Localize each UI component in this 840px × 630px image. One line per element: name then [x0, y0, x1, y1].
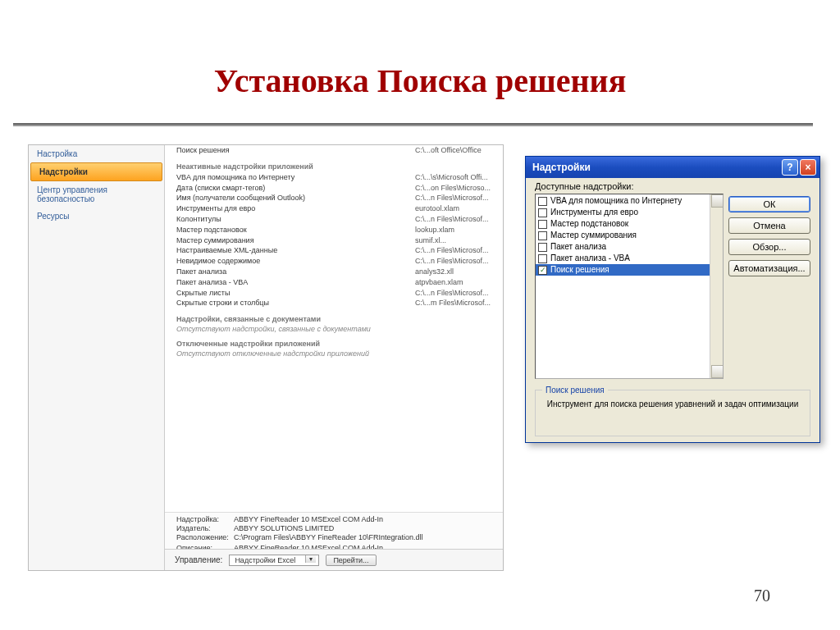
addin-row: Имя (получатели сообщений Outlook)C:\...… [176, 193, 497, 203]
checkbox-icon[interactable] [538, 243, 547, 252]
cancel-button[interactable]: Отмена [728, 217, 810, 234]
addin-row: КолонтитулыC:\...n Files\Microsof... [176, 214, 497, 225]
addin-row: Скрытые строки и столбцыC:\...m Files\Mi… [176, 298, 497, 308]
close-button[interactable]: × [800, 159, 816, 176]
dialog-titlebar[interactable]: Надстройки ? × [526, 157, 819, 178]
sidebar-item-resources[interactable]: Ресурсы [29, 208, 164, 225]
addin-row: Пакет анализа - VBAatpvbaen.xlam [176, 277, 497, 288]
addins-dialog: Надстройки ? × Доступные надстройки: VBA… [525, 156, 820, 443]
addin-row: Скрытые листыC:\...n Files\Microsof... [176, 288, 497, 299]
addin-detail-panel: Надстройка:ABBYY FineReader 10 MSExcel C… [165, 513, 503, 550]
list-item[interactable]: Пакет анализа [536, 241, 723, 253]
description-header: Поиск решения [542, 386, 608, 395]
browse-button[interactable]: Обзор... [728, 239, 810, 255]
detail-value-location: C:\Program Files\ABBYY FineReader 10\FRI… [234, 533, 422, 541]
checkbox-icon[interactable] [538, 208, 547, 217]
dialog-title: Надстройки [532, 162, 591, 173]
checkbox-icon[interactable] [538, 220, 547, 229]
checkbox-icon[interactable] [538, 231, 547, 240]
addin-row: Мастер суммированияsumif.xl... [176, 235, 497, 246]
addin-row: Пакет анализаanalys32.xll [176, 267, 497, 277]
options-sidebar: Настройка Надстройки Центр управления бе… [29, 145, 165, 570]
list-item[interactable]: VBA для помощника по Интернету [536, 195, 723, 207]
slide-title: Установка Поиска решения [0, 0, 840, 100]
list-item[interactable]: Пакет анализа - VBA [536, 253, 723, 264]
checkbox-icon[interactable] [538, 197, 547, 206]
list-item-selected[interactable]: ✓Поиск решения [536, 264, 723, 276]
addin-row: Настраиваемые XML-данныеC:\...n Files\Mi… [176, 245, 497, 256]
go-button[interactable]: Перейти... [326, 555, 376, 566]
addins-main-list: Поиск решенияC:\...oft Office\Office Неа… [165, 145, 503, 513]
group-header-inactive: Неактивные надстройки приложений [176, 162, 497, 171]
addin-row: Мастер подстановокlookup.xlam [176, 225, 497, 235]
addin-row: Поиск решенияC:\...oft Office\Office [176, 145, 497, 156]
detail-label-location: Расположение: [176, 533, 234, 541]
detail-value-addin: ABBYY FineReader 10 MSExcel COM Add-In [234, 515, 383, 523]
description-text: Инструмент для поиска решения уравнений … [542, 399, 803, 410]
office-options-window: Настройка Надстройки Центр управления бе… [28, 144, 504, 571]
help-button[interactable]: ? [782, 159, 798, 176]
manage-label: Управление: [175, 555, 222, 564]
horizontal-rule [13, 123, 813, 126]
sidebar-item-settings[interactable]: Настройка [29, 145, 164, 162]
sidebar-item-addins[interactable]: Надстройки [30, 162, 162, 181]
addin-description-box: Поиск решения Инструмент для поиска реше… [535, 390, 810, 436]
addin-row: VBA для помощника по ИнтернетуC:\...\s\M… [176, 172, 497, 183]
automation-button[interactable]: Автоматизация... [728, 260, 810, 276]
available-addins-label: Доступные надстройки: [535, 181, 724, 191]
checkbox-icon[interactable]: ✓ [538, 266, 547, 275]
addin-row: Инструменты для евроeurotool.xlam [176, 203, 497, 214]
addin-row: Невидимое содержимоеC:\...n Files\Micros… [176, 256, 497, 267]
list-item[interactable]: Мастер суммирования [536, 230, 723, 241]
detail-label-publisher: Издатель: [176, 524, 234, 532]
group-note-disabled: Отсутствуют отключенные надстройки прило… [176, 349, 497, 358]
checkbox-icon[interactable] [538, 254, 547, 263]
options-footer: Управление: Надстройки Excel Перейти... [165, 549, 503, 570]
ok-button[interactable]: ОК [728, 196, 810, 212]
list-item[interactable]: Инструменты для евро [536, 207, 723, 218]
addin-row: Дата (списки смарт-тегов)C:\...on Files\… [176, 183, 497, 194]
group-header-disabled: Отключенные надстройки приложений [176, 340, 497, 348]
group-note-docs: Отсутствуют надстройки, связанные с доку… [176, 325, 497, 333]
manage-combobox[interactable]: Надстройки Excel [229, 555, 319, 566]
group-header-docs: Надстройки, связанные с документами [176, 315, 497, 323]
page-number: 70 [754, 587, 770, 605]
addins-checklist[interactable]: VBA для помощника по Интернету Инструмен… [535, 194, 724, 379]
list-item[interactable]: Мастер подстановок [536, 218, 723, 230]
detail-value-publisher: ABBYY SOLUTIONS LIMITED [234, 524, 334, 532]
sidebar-item-trust-center[interactable]: Центр управления безопасностью [29, 181, 164, 208]
scrollbar[interactable] [710, 194, 723, 378]
detail-label-addin: Надстройка: [176, 515, 234, 523]
